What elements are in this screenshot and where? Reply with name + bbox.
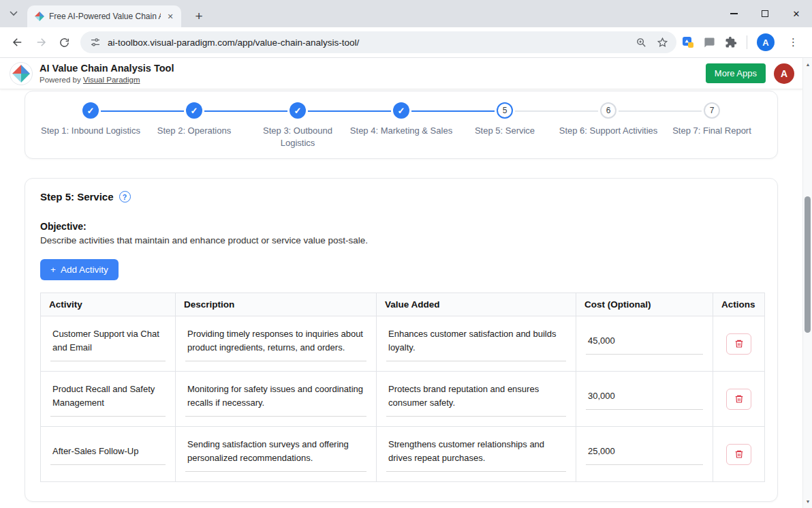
col-header-activity: Activity bbox=[41, 293, 176, 316]
col-header-description: Description bbox=[176, 293, 377, 316]
chat-bubble-icon bbox=[704, 37, 715, 48]
step-2-label: Step 2: Operations bbox=[157, 125, 231, 137]
new-tab-button[interactable]: + bbox=[189, 7, 208, 26]
objective-text: Describe activities that maintain and en… bbox=[40, 235, 762, 245]
value-added-field[interactable]: Strengthens customer relationships and d… bbox=[386, 436, 566, 472]
app-title-block: AI Value Chain Analysis Tool Powered by … bbox=[40, 63, 174, 84]
forward-button[interactable] bbox=[30, 31, 52, 53]
step-number: 6 bbox=[606, 106, 611, 115]
powered-by-prefix: Powered by bbox=[40, 76, 83, 84]
close-button[interactable]: ✕ bbox=[781, 0, 812, 27]
step-number: 7 bbox=[710, 106, 715, 115]
app-header: AI Value Chain Analysis Tool Powered by … bbox=[0, 58, 802, 89]
table-header-row: Activity Description Value Added Cost (O… bbox=[41, 293, 765, 316]
forward-icon bbox=[35, 36, 47, 48]
site-settings-icon[interactable] bbox=[90, 37, 101, 48]
back-button[interactable] bbox=[7, 31, 29, 53]
browser-menu-button[interactable]: ⋮ bbox=[784, 36, 802, 48]
window-controls: ✕ bbox=[718, 0, 812, 27]
table-row: Product Recall and Safety Management Mon… bbox=[41, 372, 765, 427]
add-activity-button[interactable]: + Add Activity bbox=[40, 259, 119, 280]
step-4-label: Step 4: Marketing & Sales bbox=[350, 125, 452, 137]
delete-row-button[interactable] bbox=[726, 444, 751, 465]
page-scrollbar[interactable]: ▲ ▼ bbox=[802, 58, 812, 508]
step-3-complete-circle: ✓ bbox=[290, 102, 306, 119]
maximize-button[interactable] bbox=[749, 0, 781, 27]
description-field[interactable]: Providing timely responses to inquiries … bbox=[185, 326, 366, 361]
browser-titlebar: Free AI-Powered Value Chain An ✕ + ✕ bbox=[0, 0, 812, 27]
back-icon bbox=[12, 36, 24, 48]
bookmark-button[interactable] bbox=[657, 37, 668, 48]
step-7-circle: 7 bbox=[704, 102, 720, 119]
puzzle-icon bbox=[725, 36, 737, 48]
tab-close-button[interactable]: ✕ bbox=[165, 11, 176, 22]
description-field[interactable]: Sending satisfaction surveys and offerin… bbox=[185, 436, 366, 472]
tab-search-chevron-button[interactable] bbox=[4, 4, 23, 23]
trash-icon bbox=[734, 449, 744, 459]
extensions-button[interactable] bbox=[725, 36, 737, 48]
step-5-card: Step 5: Service ? Objective: Describe ac… bbox=[25, 178, 778, 502]
page-title: Step 5: Service bbox=[40, 191, 114, 203]
stepper-step-6[interactable]: 6 Step 6: Support Activities bbox=[557, 102, 660, 149]
browser-profile-avatar[interactable]: A bbox=[757, 33, 775, 51]
objective-label: Objective: bbox=[40, 221, 762, 232]
cost-field[interactable]: 45,000 bbox=[586, 333, 703, 355]
delete-row-button[interactable] bbox=[726, 333, 751, 355]
toolbar-right-cluster: A ⋮ bbox=[682, 33, 805, 51]
table-row: Customer Support via Chat and Email Prov… bbox=[41, 316, 765, 372]
table-row: After-Sales Follow-Up Sending satisfacti… bbox=[41, 427, 765, 482]
cost-field[interactable]: 30,000 bbox=[586, 388, 703, 410]
step-7-label: Step 7: Final Report bbox=[672, 125, 751, 137]
scrollbar-thumb[interactable] bbox=[805, 196, 811, 333]
reload-button[interactable] bbox=[53, 31, 75, 53]
scrollbar-down-arrow[interactable]: ▼ bbox=[803, 496, 812, 506]
stepper-step-3[interactable]: ✓ Step 3: Outbound Logistics bbox=[246, 102, 349, 149]
page-content: ✓ Step 1: Inbound Logistics ✓ Step 2: Op… bbox=[0, 89, 802, 508]
more-apps-button[interactable]: More Apps bbox=[706, 63, 766, 83]
visual-paradigm-link[interactable]: Visual Paradigm bbox=[83, 76, 140, 84]
description-field[interactable]: Monitoring for safety issues and coordin… bbox=[185, 381, 366, 417]
scrollbar-up-arrow[interactable]: ▲ bbox=[803, 59, 812, 69]
help-icon[interactable]: ? bbox=[119, 191, 131, 203]
step-6-circle: 6 bbox=[600, 102, 616, 119]
value-added-field[interactable]: Protects brand reputation and ensures co… bbox=[386, 381, 566, 417]
delete-row-button[interactable] bbox=[726, 389, 751, 410]
minimize-button[interactable] bbox=[718, 0, 749, 27]
tab-title: Free AI-Powered Value Chain An bbox=[49, 12, 161, 21]
step-5-active-circle: 5 bbox=[497, 102, 513, 119]
browser-toolbar: ai-toolbox.visual-paradigm.com/app/value… bbox=[0, 27, 812, 58]
url-text[interactable]: ai-toolbox.visual-paradigm.com/app/value… bbox=[108, 38, 626, 48]
star-icon bbox=[657, 37, 668, 48]
activity-field[interactable]: After-Sales Follow-Up bbox=[50, 443, 166, 466]
user-avatar[interactable]: A bbox=[774, 63, 794, 84]
browser-window: Free AI-Powered Value Chain An ✕ + ✕ ai-… bbox=[0, 0, 812, 508]
stepper: ✓ Step 1: Inbound Logistics ✓ Step 2: Op… bbox=[39, 102, 764, 149]
stepper-step-2[interactable]: ✓ Step 2: Operations bbox=[142, 102, 246, 149]
check-icon: ✓ bbox=[294, 106, 302, 116]
activity-field[interactable]: Product Recall and Safety Management bbox=[50, 381, 166, 417]
browser-tab[interactable]: Free AI-Powered Value Chain An ✕ bbox=[27, 5, 181, 27]
step-1-label: Step 1: Inbound Logistics bbox=[41, 125, 140, 137]
trash-icon bbox=[734, 339, 744, 348]
app-logo bbox=[10, 62, 33, 85]
stepper-step-1[interactable]: ✓ Step 1: Inbound Logistics bbox=[39, 102, 142, 149]
value-added-field[interactable]: Enhances customer satisfaction and build… bbox=[386, 326, 566, 361]
cost-field[interactable]: 25,000 bbox=[586, 443, 703, 466]
main-title-row: Step 5: Service ? bbox=[40, 191, 762, 203]
minimize-icon bbox=[730, 13, 738, 14]
col-header-value-added: Value Added bbox=[377, 293, 576, 316]
zoom-button[interactable] bbox=[636, 37, 647, 48]
pinned-extension-1-button[interactable] bbox=[682, 36, 694, 48]
check-icon: ✓ bbox=[191, 106, 198, 116]
pinned-extension-2-button[interactable] bbox=[704, 37, 715, 48]
step-2-complete-circle: ✓ bbox=[186, 102, 202, 119]
stepper-step-4[interactable]: ✓ Step 4: Marketing & Sales bbox=[349, 102, 453, 149]
stepper-step-7[interactable]: 7 Step 7: Final Report bbox=[660, 102, 764, 149]
app-title: AI Value Chain Analysis Tool bbox=[40, 63, 174, 74]
address-bar[interactable]: ai-toolbox.visual-paradigm.com/app/value… bbox=[80, 31, 676, 53]
check-icon: ✓ bbox=[398, 106, 405, 116]
col-header-cost: Cost (Optional) bbox=[576, 293, 713, 316]
stepper-step-5[interactable]: 5 Step 5: Service bbox=[453, 102, 557, 149]
activity-field[interactable]: Customer Support via Chat and Email bbox=[50, 326, 166, 361]
step-5-label: Step 5: Service bbox=[475, 125, 535, 137]
